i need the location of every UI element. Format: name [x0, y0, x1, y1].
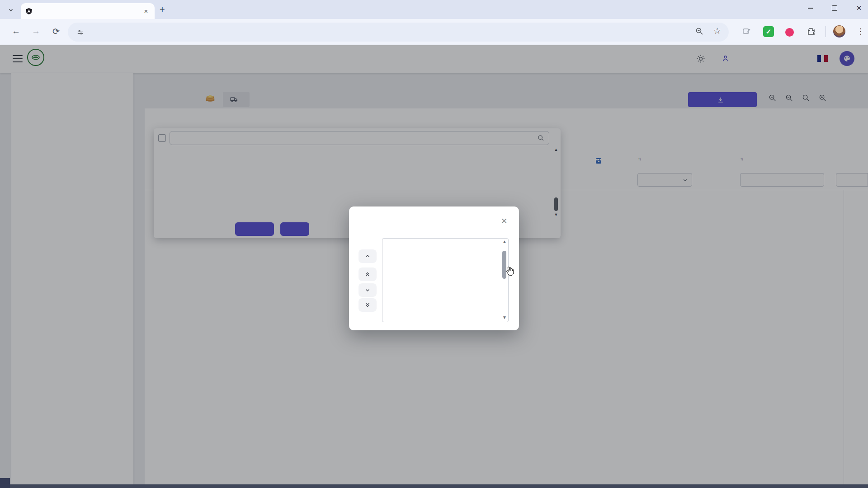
new-tab-button[interactable]: + [160, 5, 165, 15]
browser-toolbar: ← → ⟳ ☆ ✓ ⋮ [0, 19, 868, 45]
angular-favicon-icon [25, 8, 33, 15]
browser-tab[interactable]: × [21, 3, 155, 19]
extension-wand-icon[interactable] [742, 27, 751, 36]
toolbar-divider [826, 26, 826, 37]
window-minimize-button[interactable] [805, 3, 816, 14]
back-button[interactable]: ← [12, 26, 20, 36]
screen: × + ✕ ← → ⟳ ☆ ✓ ⋮ [0, 0, 868, 488]
extension-check-icon[interactable]: ✓ [763, 26, 774, 37]
scroll-up-icon[interactable]: ▲ [501, 239, 508, 244]
move-down-button[interactable] [359, 283, 377, 297]
move-up-button[interactable] [359, 249, 377, 263]
taskbar-corner [0, 478, 10, 488]
browser-menu-icon[interactable]: ⋮ [857, 27, 864, 36]
window-close-button[interactable]: ✕ [854, 3, 864, 14]
scroll-down-icon[interactable]: ▼ [501, 315, 508, 320]
browser-tab-bar: × + ✕ [0, 0, 868, 19]
forward-button[interactable]: → [32, 26, 40, 36]
taskbar-strip [0, 484, 868, 488]
reload-button[interactable]: ⟳ [52, 26, 60, 37]
extension-record-icon[interactable] [785, 28, 794, 37]
tab-search-icon[interactable] [5, 5, 16, 15]
modal-scrollbar[interactable]: ▲ ▼ [501, 239, 508, 321]
hand-cursor [503, 265, 515, 277]
bookmark-star-icon[interactable]: ☆ [713, 26, 721, 36]
address-bar[interactable] [68, 23, 729, 42]
zoom-out-page-icon[interactable] [695, 27, 703, 35]
move-top-button[interactable] [359, 267, 377, 281]
profile-avatar[interactable] [833, 25, 845, 38]
window-maximize-button[interactable] [829, 3, 840, 14]
extensions-puzzle-icon[interactable] [807, 27, 816, 36]
move-bottom-button[interactable] [359, 298, 377, 312]
site-settings-icon[interactable] [77, 29, 84, 36]
web-page: ↑↓ ↑↓ [0, 45, 868, 488]
window-controls: ✕ [805, 3, 864, 14]
resort-columns-modal: ✕ ▲ ▼ [349, 206, 519, 330]
column-order-list [382, 238, 509, 322]
modal-close-icon[interactable]: ✕ [501, 216, 507, 226]
tab-close-icon[interactable]: × [142, 7, 150, 15]
